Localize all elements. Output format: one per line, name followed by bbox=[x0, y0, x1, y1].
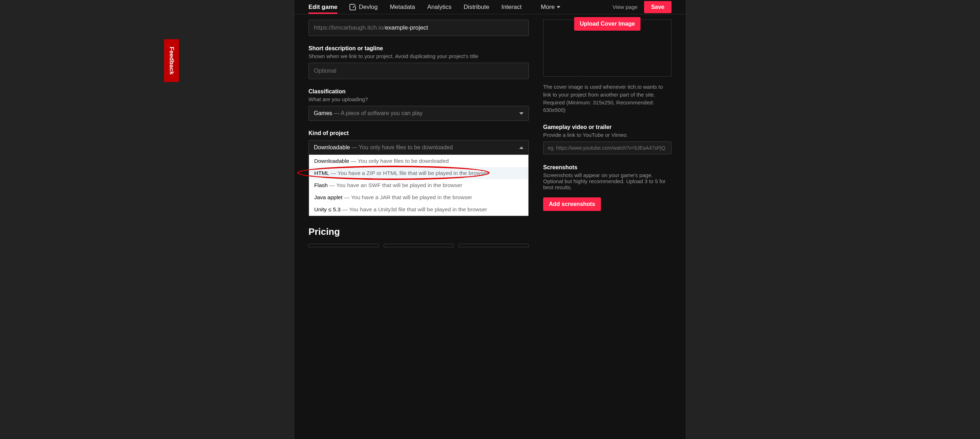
url-slug: example-project bbox=[385, 24, 428, 31]
classification-sub: What are you uploading? bbox=[309, 96, 529, 102]
tab-more[interactable]: More bbox=[541, 0, 561, 14]
select-value-desc: A piece of software you can play bbox=[341, 110, 423, 116]
select-value: Downloadable bbox=[314, 144, 350, 151]
tab-label: Analytics bbox=[427, 3, 452, 11]
tabs-bar: Edit game Devlog Metadata Analytics Dist… bbox=[294, 0, 686, 14]
tab-label: More bbox=[541, 3, 555, 11]
cover-note: The cover image is used whenever itch.io… bbox=[543, 83, 671, 114]
pricing-option[interactable] bbox=[384, 244, 454, 247]
tab-label: Metadata bbox=[390, 3, 415, 11]
kind-option-unity[interactable]: Unity ≤ 5.3 — You have a Unity3d file th… bbox=[309, 203, 528, 216]
video-label: Gameplay video or trailer bbox=[543, 124, 671, 130]
video-sub: Provide a link to YouTube or Vimeo. bbox=[543, 132, 671, 138]
pricing-option[interactable] bbox=[459, 244, 529, 247]
tab-devlog[interactable]: Devlog bbox=[350, 0, 378, 14]
pricing-option[interactable] bbox=[309, 244, 379, 247]
kind-dropdown: Downloadable — You only have files to be… bbox=[309, 155, 528, 216]
kind-label: Kind of project bbox=[309, 130, 529, 136]
pricing-heading: Pricing bbox=[309, 226, 529, 237]
chevron-down-icon bbox=[557, 6, 560, 8]
tab-label: Distribute bbox=[464, 3, 489, 11]
kind-option-java[interactable]: Java applet — You have a JAR that will b… bbox=[309, 191, 528, 203]
classification-label: Classification bbox=[309, 88, 529, 95]
tab-distribute[interactable]: Distribute bbox=[464, 0, 489, 14]
tab-label: Edit game bbox=[309, 3, 337, 11]
cover-image-dropzone[interactable]: Upload Cover Image bbox=[543, 20, 671, 77]
view-page-link[interactable]: View page bbox=[612, 4, 638, 10]
feedback-label: Feedback bbox=[168, 47, 175, 74]
main-panel: Edit game Devlog Metadata Analytics Dist… bbox=[294, 0, 686, 439]
add-screenshots-button[interactable]: Add screenshots bbox=[543, 197, 601, 211]
kind-option-downloadable[interactable]: Downloadable — You only have files to be… bbox=[309, 155, 528, 167]
kind-option-flash[interactable]: Flash — You have an SWF that will be pla… bbox=[309, 179, 528, 191]
tab-edit-game[interactable]: Edit game bbox=[309, 0, 337, 14]
short-desc-input[interactable] bbox=[309, 63, 529, 79]
tab-interact[interactable]: Interact bbox=[501, 0, 522, 14]
pricing-options-row bbox=[309, 244, 529, 247]
select-value: Games bbox=[314, 110, 332, 116]
tab-metadata[interactable]: Metadata bbox=[390, 0, 415, 14]
video-url-input[interactable] bbox=[543, 141, 671, 154]
project-url-input[interactable]: https://bmcarbaugh.itch.io/example-proje… bbox=[309, 20, 529, 36]
screenshots-label: Screenshots bbox=[543, 164, 671, 171]
save-button[interactable]: Save bbox=[644, 1, 671, 13]
select-value-desc: You only have files to be downloaded bbox=[359, 144, 453, 151]
upload-cover-button[interactable]: Upload Cover Image bbox=[574, 17, 641, 31]
url-prefix: https://bmcarbaugh.itch.io/ bbox=[314, 24, 385, 31]
kind-select[interactable]: Downloadable — You only have files to be… bbox=[309, 140, 529, 155]
tab-label: Interact bbox=[501, 3, 522, 11]
short-desc-sub: Shown when we link to your project. Avoi… bbox=[309, 53, 529, 59]
screenshots-sub: Screenshots will appear on your game's p… bbox=[543, 172, 671, 190]
tab-label: Devlog bbox=[359, 3, 378, 11]
caret-down-icon bbox=[519, 112, 523, 115]
caret-up-icon bbox=[519, 146, 523, 149]
pencil-icon bbox=[350, 4, 356, 10]
tab-analytics[interactable]: Analytics bbox=[427, 0, 452, 14]
feedback-tab[interactable]: Feedback bbox=[164, 39, 179, 82]
kind-option-html[interactable]: HTML — You have a ZIP or HTML file that … bbox=[309, 167, 528, 179]
short-desc-label: Short description or tagline bbox=[309, 45, 529, 52]
classification-select[interactable]: Games — A piece of software you can play bbox=[309, 106, 529, 121]
